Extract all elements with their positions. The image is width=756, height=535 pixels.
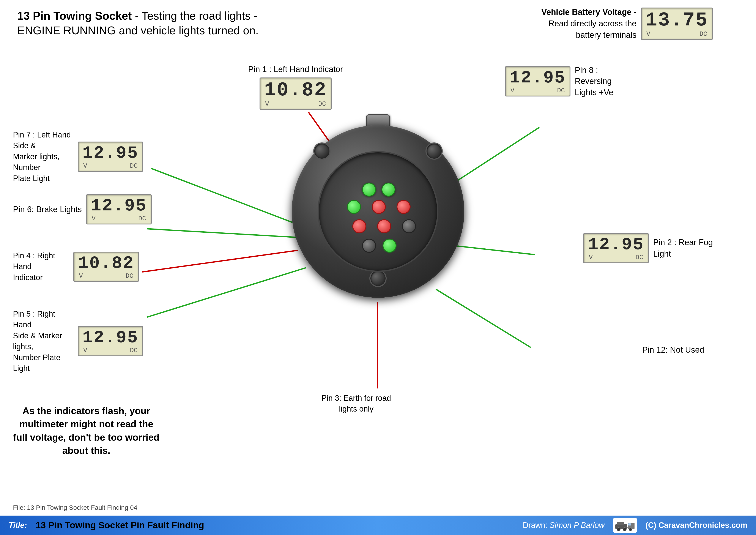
pin5-value: 12.95 bbox=[82, 329, 139, 346]
pin-dot-8 bbox=[402, 219, 416, 233]
pin2-label: Pin 2 : Rear FogLight bbox=[653, 237, 713, 260]
pin4-lcd: 10.82 VDC bbox=[73, 252, 139, 282]
pin3-display: Pin 3: Earth for roadlights only bbox=[321, 393, 391, 414]
connector-body bbox=[292, 125, 464, 298]
battery-lcd-value: 13.75 bbox=[646, 11, 708, 30]
pin1-label: Pin 1 : Left Hand Indicator bbox=[248, 65, 343, 74]
pin7-lcd: 12.95 VDC bbox=[78, 142, 143, 172]
pin6-display: Pin 6: Brake Lights 12.95 VDC bbox=[13, 194, 152, 224]
svg-line-2 bbox=[147, 229, 298, 238]
pin-dot-3 bbox=[347, 200, 361, 214]
pin-dot-6 bbox=[352, 219, 366, 233]
footer-right: Drawn: Simon P Barlow (C) CaravanChronic… bbox=[523, 518, 747, 533]
pin8-lcd: 12.95 VDC bbox=[505, 66, 570, 97]
pin2-value: 12.95 bbox=[588, 236, 644, 253]
svg-point-12 bbox=[623, 528, 626, 531]
pin7-value: 12.95 bbox=[82, 145, 139, 162]
pin1-display: Pin 1 : Left Hand Indicator 10.82 VDC bbox=[248, 65, 343, 110]
pin8-value: 12.95 bbox=[510, 69, 566, 87]
footer-bar: Title: 13 Pin Towing Socket Pin Fault Fi… bbox=[0, 516, 756, 535]
svg-line-3 bbox=[142, 250, 298, 272]
pin1-value: 10.82 bbox=[264, 80, 327, 100]
pin6-value: 12.95 bbox=[91, 197, 147, 214]
caravan-icon bbox=[613, 518, 637, 533]
pin5-label: Pin 5 : Right HandSide & Marker lights,N… bbox=[13, 309, 73, 374]
pin3-label: Pin 3: Earth for roadlights only bbox=[321, 393, 391, 414]
battery-section: Vehicle Battery Voltage - Read directly … bbox=[528, 7, 713, 41]
pin1-lcd: 10.82 VDC bbox=[259, 77, 332, 110]
pin12-display: Pin 12: Not Used bbox=[642, 345, 704, 354]
mount-hole-tr bbox=[425, 142, 443, 160]
pin8-display: 12.95 VDC Pin 8 : ReversingLights +Ve bbox=[505, 65, 635, 98]
svg-rect-14 bbox=[628, 523, 631, 525]
pin2-display: 12.95 VDC Pin 2 : Rear FogLight bbox=[583, 233, 713, 263]
connector-face bbox=[318, 151, 438, 272]
pin4-label: Pin 4 : Right HandIndicator bbox=[13, 250, 69, 283]
pin-dot-5 bbox=[396, 200, 411, 214]
pin12-label: Pin 12: Not Used bbox=[642, 345, 704, 354]
pin4-value: 10.82 bbox=[78, 255, 134, 272]
pin-dot-10 bbox=[383, 239, 396, 253]
pin-dot-4 bbox=[372, 200, 386, 214]
svg-point-11 bbox=[617, 528, 620, 531]
pin-dot-9 bbox=[362, 239, 376, 253]
pin4-display: Pin 4 : Right HandIndicator 10.82 VDC bbox=[13, 250, 139, 283]
footer-drawn: Drawn: Simon P Barlow bbox=[523, 521, 605, 530]
svg-line-1 bbox=[151, 168, 298, 224]
mount-hole-tl bbox=[313, 142, 331, 160]
pin2-lcd: 12.95 VDC bbox=[583, 233, 649, 263]
bottom-note: As the indicators flash, your multimeter… bbox=[13, 404, 160, 457]
battery-label: Vehicle Battery Voltage - Read directly … bbox=[528, 7, 636, 41]
svg-line-4 bbox=[147, 268, 306, 317]
pin7-label: Pin 7 : Left Hand Side &Marker lights, N… bbox=[13, 129, 73, 184]
pin-dot-1 bbox=[362, 183, 376, 197]
footer-brand: (C) CaravanChronicles.com bbox=[646, 521, 747, 530]
svg-line-6 bbox=[457, 246, 535, 255]
page-title: 13 Pin Towing Socket - Testing the road … bbox=[17, 9, 298, 38]
pin6-label: Pin 6: Brake Lights bbox=[13, 205, 82, 214]
svg-point-15 bbox=[629, 528, 632, 531]
svg-rect-10 bbox=[617, 522, 624, 525]
connector-assembly bbox=[292, 125, 464, 298]
footer-title-label: Title: bbox=[9, 521, 27, 530]
mount-hole-b bbox=[369, 270, 387, 287]
pin-dot-2 bbox=[381, 183, 395, 197]
svg-line-7 bbox=[436, 289, 531, 348]
battery-lcd: 13.75 V DC bbox=[641, 8, 713, 40]
file-info: File: 13 Pin Towing Socket-Fault Finding… bbox=[13, 504, 137, 511]
pin8-label: Pin 8 : ReversingLights +Ve bbox=[575, 65, 635, 98]
pin7-display: Pin 7 : Left Hand Side &Marker lights, N… bbox=[13, 129, 143, 184]
pin-dot-7 bbox=[377, 219, 391, 233]
pin5-display: Pin 5 : Right HandSide & Marker lights,N… bbox=[13, 309, 143, 374]
pin5-lcd: 12.95 VDC bbox=[78, 326, 143, 356]
footer-title-value: 13 Pin Towing Socket Pin Fault Finding bbox=[36, 520, 204, 530]
battery-lcd-unit: V DC bbox=[646, 30, 708, 38]
pin6-lcd: 12.95 VDC bbox=[86, 194, 152, 224]
